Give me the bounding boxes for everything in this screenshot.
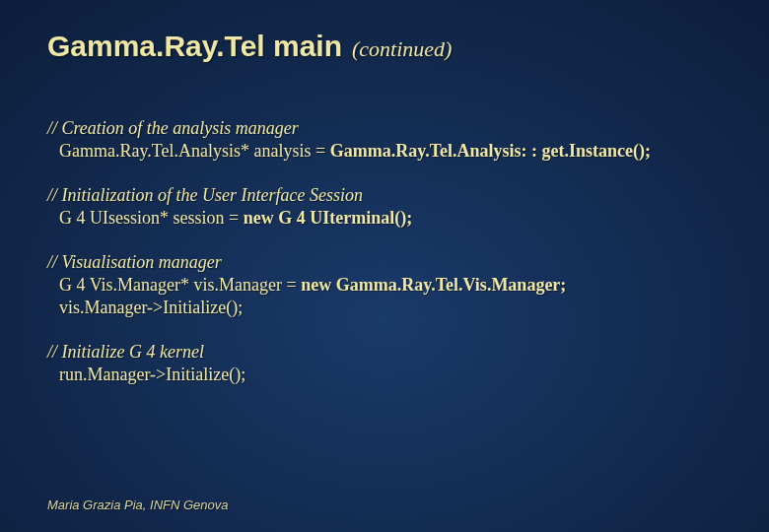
code-bold: new Gamma.Ray.Tel.Vis.Manager;: [301, 275, 566, 295]
code-plain: run.Manager->Initialize();: [59, 365, 245, 384]
code-plain: vis.Manager->Initialize();: [59, 298, 243, 317]
comment-vis-manager: // Visualisation manager: [47, 252, 722, 273]
code-line: G 4 UIsession* session = new G 4 UItermi…: [59, 208, 722, 229]
block-analysis: // Creation of the analysis manager Gamm…: [47, 118, 722, 162]
footer-author: Maria Grazia Pia, INFN Genova: [47, 498, 229, 512]
comment-ui-session: // Initialization of the User Interface …: [47, 185, 722, 206]
title-line: Gamma.Ray.Tel main (continued): [47, 30, 722, 63]
code-bold: new G 4 UIterminal();: [244, 208, 412, 228]
comment-kernel: // Initialize G 4 kernel: [47, 342, 722, 363]
block-ui-session: // Initialization of the User Interface …: [47, 185, 722, 229]
comment-analysis: // Creation of the analysis manager: [47, 118, 722, 139]
code-plain: G 4 UIsession* session =: [59, 208, 244, 228]
code-plain: G 4 Vis.Manager* vis.Manager =: [59, 275, 301, 295]
code-bold: Gamma.Ray.Tel.Analysis: : get.Instance()…: [330, 141, 651, 161]
code-line: vis.Manager->Initialize();: [59, 298, 722, 318]
code-plain: Gamma.Ray.Tel.Analysis* analysis =: [59, 141, 330, 161]
code-line: Gamma.Ray.Tel.Analysis* analysis = Gamma…: [59, 141, 722, 162]
title-sub: (continued): [352, 36, 452, 62]
code-line: run.Manager->Initialize();: [59, 365, 722, 385]
title-main: Gamma.Ray.Tel main: [47, 30, 342, 63]
block-vis-manager: // Visualisation manager G 4 Vis.Manager…: [47, 252, 722, 318]
code-line: G 4 Vis.Manager* vis.Manager = new Gamma…: [59, 275, 722, 296]
slide: Gamma.Ray.Tel main (continued) // Creati…: [0, 0, 769, 532]
block-kernel: // Initialize G 4 kernel run.Manager->In…: [47, 342, 722, 385]
